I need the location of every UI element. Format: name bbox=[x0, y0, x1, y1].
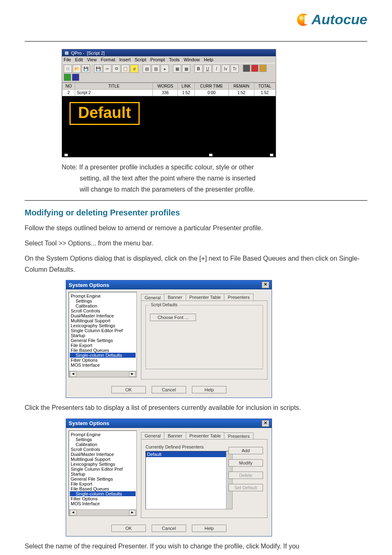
presenters-list[interactable]: Default bbox=[145, 451, 233, 509]
delete-button[interactable]: Delete bbox=[228, 472, 263, 479]
scrollbar[interactable]: ◄► bbox=[69, 509, 136, 516]
tab-general[interactable]: General bbox=[141, 294, 164, 301]
dialog-title: System Options bbox=[69, 282, 109, 288]
help-button[interactable]: Help bbox=[192, 525, 226, 532]
tab-presenters[interactable]: Presenters bbox=[224, 294, 253, 301]
list-item[interactable]: Default bbox=[146, 451, 232, 457]
tree-item[interactable]: Multilingual Support bbox=[70, 318, 136, 323]
dialog-title: System Options bbox=[69, 420, 109, 426]
col-words: WORDS bbox=[153, 83, 178, 90]
underline-icon[interactable]: U bbox=[203, 65, 212, 73]
tree-item[interactable]: File Based Queues bbox=[70, 348, 136, 353]
menu-prompt[interactable]: Prompt bbox=[150, 57, 165, 62]
color-red-icon[interactable] bbox=[251, 65, 258, 72]
color-green-icon[interactable] bbox=[64, 74, 71, 81]
set-default-button[interactable]: Set Default bbox=[228, 484, 263, 491]
add-button[interactable]: Add bbox=[228, 447, 263, 454]
ok-button[interactable]: OK bbox=[111, 525, 146, 532]
ok-button[interactable]: OK bbox=[111, 386, 146, 393]
tree-item[interactable]: Lexicography Settings bbox=[70, 462, 136, 467]
tree-item[interactable]: Single Column Editor Pref bbox=[70, 328, 136, 333]
menu-view[interactable]: View bbox=[87, 57, 97, 62]
tree-item[interactable]: Calibration bbox=[70, 442, 136, 447]
italic-icon[interactable]: I bbox=[212, 65, 221, 73]
cancel-button[interactable]: Cancel bbox=[152, 386, 186, 393]
color-gray-icon[interactable] bbox=[243, 65, 250, 72]
tree-item[interactable]: Filter Options bbox=[70, 496, 136, 501]
tab-presenter-table[interactable]: Presenter Table bbox=[186, 294, 225, 301]
doc2-icon[interactable]: ▦ bbox=[182, 65, 190, 73]
alpha-icon[interactable]: α bbox=[130, 65, 138, 73]
tree-item[interactable]: Settings bbox=[70, 298, 136, 303]
new-icon[interactable]: □ bbox=[64, 65, 72, 73]
tree-item[interactable]: Multilingual Support bbox=[70, 457, 136, 462]
tree-item[interactable]: General File Settings bbox=[70, 476, 136, 481]
tree-item[interactable]: File Export bbox=[70, 481, 136, 486]
tree-item[interactable]: Startup bbox=[70, 472, 136, 476]
tree-item[interactable]: Scroll Controls bbox=[70, 308, 136, 313]
script-defaults-group: Script Defaults Choose Font ... bbox=[145, 305, 263, 369]
cut-icon[interactable]: ✂ bbox=[103, 65, 111, 73]
menu-script[interactable]: Script bbox=[135, 57, 146, 62]
tree-item[interactable]: Filter Options bbox=[70, 358, 136, 363]
note-line1: If a presenter profile includes a specif… bbox=[79, 164, 254, 171]
close-icon[interactable]: ✕ bbox=[262, 282, 269, 288]
tab-general[interactable]: General bbox=[141, 432, 164, 439]
tree-item[interactable]: File Based Queues bbox=[70, 486, 136, 491]
tab-banner[interactable]: Banner bbox=[164, 294, 186, 301]
options-tree[interactable]: Prompt EngineSettingsCalibrationScroll C… bbox=[69, 430, 137, 516]
scrollbar[interactable]: ◄► bbox=[69, 371, 136, 377]
color-blue-icon[interactable] bbox=[72, 74, 79, 81]
tree-item[interactable]: Dual/Master Interface bbox=[70, 452, 136, 457]
menu-format[interactable]: Format bbox=[101, 57, 115, 62]
qpro-menubar[interactable]: File Edit View Format Insert Script Prom… bbox=[62, 56, 276, 63]
tab-presenter-table[interactable]: Presenter Table bbox=[186, 432, 225, 439]
tab-banner[interactable]: Banner bbox=[164, 432, 186, 439]
tree-item[interactable]: Prompt Engine bbox=[70, 294, 136, 298]
doc1-icon[interactable]: ▦ bbox=[173, 65, 181, 73]
tree-item[interactable]: MOS Interface bbox=[70, 363, 136, 368]
arrow-icon[interactable]: ▸ bbox=[161, 65, 169, 73]
list2-icon[interactable]: ▥ bbox=[152, 65, 160, 73]
paste-icon[interactable]: 📋 bbox=[121, 65, 129, 73]
save-icon[interactable]: 💾 bbox=[82, 65, 90, 73]
tree-item[interactable]: File Export bbox=[70, 343, 136, 348]
tree-item[interactable]: Single-column Defaults bbox=[70, 491, 136, 496]
cancel-button[interactable]: Cancel bbox=[152, 525, 186, 532]
qpro-title-prefix: QPro - bbox=[71, 51, 84, 56]
tree-item[interactable]: MOS Interface bbox=[70, 501, 136, 506]
help-button[interactable]: Help bbox=[192, 386, 226, 393]
menu-window[interactable]: Window bbox=[184, 57, 200, 62]
note-label: Note: bbox=[62, 164, 77, 171]
list1-icon[interactable]: ▤ bbox=[143, 65, 151, 73]
save2-icon[interactable]: 💾 bbox=[94, 65, 102, 73]
tree-item[interactable]: Prompt Engine bbox=[70, 432, 136, 437]
close-icon[interactable]: ✕ bbox=[262, 420, 269, 427]
tree-item[interactable]: Startup bbox=[70, 333, 136, 338]
tab-panel-presenters: Currently Defined Presenters Default Add… bbox=[141, 439, 267, 518]
tree-item[interactable]: Single-column Defaults bbox=[70, 353, 136, 358]
tree-item[interactable]: Single Column Editor Pref bbox=[70, 467, 136, 472]
menu-help[interactable]: Help bbox=[204, 57, 213, 62]
menu-tools[interactable]: Tools bbox=[169, 57, 180, 62]
menu-insert[interactable]: Insert bbox=[119, 57, 131, 62]
tree-item[interactable]: Lexicography Settings bbox=[70, 323, 136, 328]
tree-item[interactable]: General File Settings bbox=[70, 338, 136, 343]
tree-item[interactable]: Dual/Master Interface bbox=[70, 313, 136, 318]
modify-button[interactable]: Modify bbox=[228, 459, 263, 467]
tree-item[interactable]: Scroll Controls bbox=[70, 447, 136, 452]
menu-edit[interactable]: Edit bbox=[75, 57, 83, 62]
tree-item[interactable]: Settings bbox=[70, 437, 136, 442]
inverse-icon[interactable]: Iv bbox=[221, 65, 230, 73]
color-tan-icon[interactable] bbox=[259, 65, 267, 72]
open-icon[interactable]: 📂 bbox=[73, 65, 81, 73]
choose-font-button[interactable]: Choose Font ... bbox=[150, 314, 196, 321]
tree-item[interactable]: Calibration bbox=[70, 303, 136, 308]
tab-presenters[interactable]: Presenters bbox=[224, 432, 253, 439]
menu-file[interactable]: File bbox=[64, 57, 71, 62]
bold-icon[interactable]: B bbox=[194, 65, 203, 73]
font-icon[interactable]: Tr bbox=[231, 65, 239, 73]
copy-icon[interactable]: ⧉ bbox=[112, 65, 120, 73]
table-row[interactable]: 2 Script 2 336 1:52 0:00 1:52 1:52 bbox=[62, 90, 276, 96]
options-tree[interactable]: Prompt EngineSettingsCalibrationScroll C… bbox=[69, 292, 137, 377]
